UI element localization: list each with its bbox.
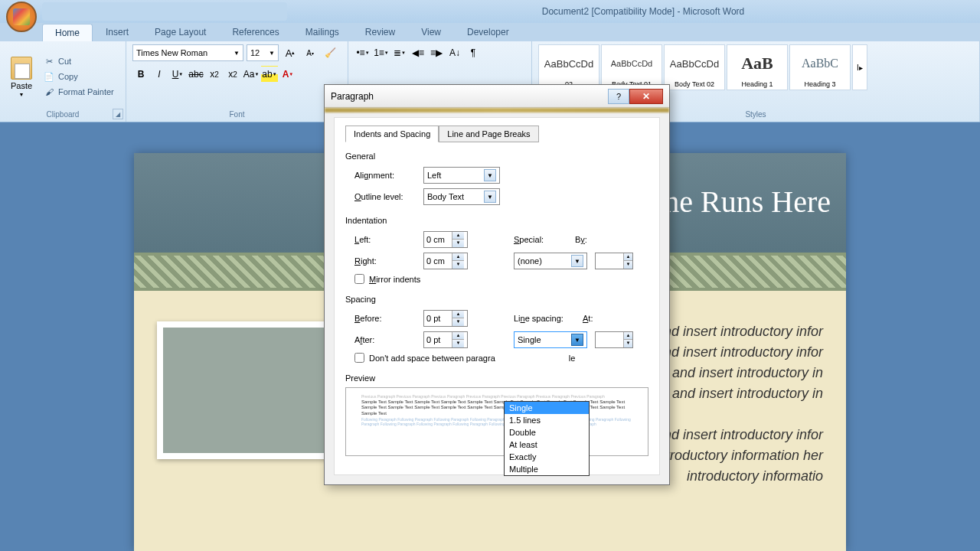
spin-down-icon[interactable]: ▼ xyxy=(623,261,632,269)
right-indent-label: Right: xyxy=(354,256,416,266)
tab-review[interactable]: Review xyxy=(352,23,408,41)
at-spinner[interactable]: ▲▼ xyxy=(595,331,633,348)
italic-button[interactable]: I xyxy=(151,66,168,83)
spin-down-icon[interactable]: ▼ xyxy=(623,340,632,347)
alignment-combo[interactable]: Left▼ xyxy=(423,167,500,184)
titlebar: 💾 ↶ ↷ 🖨 📋 📑 📦 ABC ✓ 📊 ▦ Document2 [Compa… xyxy=(0,0,980,23)
left-indent-value[interactable] xyxy=(424,235,452,244)
paste-button[interactable]: Paste ▼ xyxy=(6,55,37,99)
cut-label: Cut xyxy=(58,57,71,66)
special-combo[interactable]: (none)▼ xyxy=(514,253,587,269)
font-size-combo[interactable]: 12▼ xyxy=(247,44,279,61)
increase-indent-button[interactable]: ≡▶ xyxy=(428,44,445,61)
after-value[interactable] xyxy=(424,335,452,344)
dropdown-option[interactable]: Single xyxy=(505,402,589,414)
tab-references[interactable]: References xyxy=(219,23,292,41)
right-indent-value[interactable] xyxy=(424,256,452,266)
style-item[interactable]: AaBbCHeading 3 xyxy=(789,44,851,90)
spin-down-icon[interactable]: ▼ xyxy=(452,318,464,326)
superscript-button[interactable]: x2 xyxy=(224,66,241,83)
copy-button[interactable]: 📄Copy xyxy=(40,70,117,83)
highlight-button[interactable]: ab▼ xyxy=(261,66,278,83)
outline-combo[interactable]: Body Text▼ xyxy=(423,188,500,205)
style-item-more[interactable]: I▸ xyxy=(852,44,867,90)
tab-page-layout[interactable]: Page Layout xyxy=(142,23,219,41)
tab-home[interactable]: Home xyxy=(42,24,93,41)
paste-icon xyxy=(11,57,32,80)
before-value[interactable] xyxy=(424,314,452,323)
spin-up-icon[interactable]: ▲ xyxy=(623,253,632,261)
decrease-indent-button[interactable]: ◀≡ xyxy=(410,44,426,61)
shrink-font-button[interactable]: A▾ xyxy=(302,44,318,61)
dont-add-checkbox[interactable] xyxy=(354,353,364,363)
dialog-help-button[interactable]: ? xyxy=(608,89,629,104)
dont-add-space-check[interactable]: Don't add space between paragra le xyxy=(345,353,648,363)
font-color-button[interactable]: A▼ xyxy=(279,66,296,83)
indentation-title: Indentation xyxy=(345,216,648,225)
style-item[interactable]: AaBbCcDdBody Text 02 xyxy=(664,44,725,90)
clipboard-group-label: Clipboard xyxy=(6,109,119,120)
tab-indents-spacing[interactable]: Indents and Spacing xyxy=(345,126,439,142)
show-marks-button[interactable]: ¶ xyxy=(465,44,482,61)
underline-button[interactable]: U▼ xyxy=(169,66,186,83)
spin-up-icon[interactable]: ▲ xyxy=(623,332,632,340)
style-item[interactable]: AaBbCcDd02 xyxy=(538,44,599,90)
bullets-button[interactable]: •≡▼ xyxy=(354,44,371,61)
tab-line-breaks[interactable]: Line and Page Breaks xyxy=(439,126,538,142)
dialog-decoration xyxy=(325,108,669,112)
change-case-button[interactable]: Aa▼ xyxy=(243,66,260,83)
dropdown-option[interactable]: Exactly xyxy=(505,451,589,463)
spin-up-icon[interactable]: ▲ xyxy=(452,311,464,318)
dropdown-option[interactable]: At least xyxy=(505,439,589,451)
dropdown-option[interactable]: 1.5 lines xyxy=(505,414,589,426)
spin-down-icon[interactable]: ▼ xyxy=(452,261,464,269)
strike-button[interactable]: abc xyxy=(188,66,204,83)
left-indent-spinner[interactable]: ▲▼ xyxy=(423,231,468,248)
tab-view[interactable]: View xyxy=(408,23,454,41)
numbering-button[interactable]: 1≡▼ xyxy=(373,44,390,61)
spin-up-icon[interactable]: ▲ xyxy=(452,253,464,261)
spin-down-icon[interactable]: ▼ xyxy=(452,340,464,347)
format-painter-button[interactable]: 🖌Format Painter xyxy=(40,85,117,99)
font-group-label: Font xyxy=(132,109,341,120)
dropdown-option[interactable]: Multiple xyxy=(505,463,589,475)
clipboard-dialog-launcher[interactable]: ◢ xyxy=(113,109,123,119)
by-value[interactable] xyxy=(596,256,623,266)
spin-up-icon[interactable]: ▲ xyxy=(452,232,464,240)
sort-button[interactable]: A↓ xyxy=(446,44,463,61)
at-value[interactable] xyxy=(596,335,623,344)
tab-insert[interactable]: Insert xyxy=(93,23,142,41)
cut-button[interactable]: ✂Cut xyxy=(40,54,117,68)
section-spacing: Spacing Before: ▲▼ Line spacing: At: Aft… xyxy=(345,295,648,363)
style-item[interactable]: AaBHeading 1 xyxy=(727,44,788,90)
grow-font-button[interactable]: A▴ xyxy=(282,44,299,61)
multilevel-button[interactable]: ≣▼ xyxy=(391,44,408,61)
right-indent-spinner[interactable]: ▲▼ xyxy=(423,253,468,269)
left-indent-label: Left: xyxy=(354,235,416,244)
font-name-value: Times New Roman xyxy=(136,48,207,57)
spin-up-icon[interactable]: ▲ xyxy=(452,332,464,340)
line-spacing-combo[interactable]: Single▼ xyxy=(514,331,587,348)
paragraph-dialog: Paragraph ? ✕ Indents and Spacing Line a… xyxy=(324,84,670,485)
style-item[interactable]: AaBbCcDdBody Text 01 xyxy=(601,44,662,90)
mirror-indents-check[interactable]: Mirror indents xyxy=(345,274,648,284)
before-spinner[interactable]: ▲▼ xyxy=(423,310,468,327)
tab-developer[interactable]: Developer xyxy=(454,23,522,41)
office-button[interactable] xyxy=(6,2,37,32)
paste-label: Paste xyxy=(11,81,32,90)
clear-format-button[interactable]: 🧹 xyxy=(322,44,338,61)
dialog-close-button[interactable]: ✕ xyxy=(629,89,663,104)
subscript-button[interactable]: x2 xyxy=(206,66,223,83)
dropdown-option[interactable]: Double xyxy=(505,426,589,439)
line-spacing-dropdown[interactable]: Single 1.5 lines Double At least Exactly… xyxy=(504,401,590,476)
bold-button[interactable]: B xyxy=(132,66,149,83)
by-label: By: xyxy=(575,235,606,244)
tab-mailings[interactable]: Mailings xyxy=(292,23,352,41)
window-title: Document2 [Compatibility Mode] - Microso… xyxy=(153,6,980,17)
spin-down-icon[interactable]: ▼ xyxy=(452,240,464,247)
font-name-combo[interactable]: Times New Roman▼ xyxy=(132,44,243,61)
after-spinner[interactable]: ▲▼ xyxy=(423,331,468,348)
mirror-checkbox[interactable] xyxy=(354,274,364,284)
by-spinner[interactable]: ▲▼ xyxy=(595,253,633,269)
dialog-titlebar[interactable]: Paragraph ? ✕ xyxy=(325,85,669,108)
